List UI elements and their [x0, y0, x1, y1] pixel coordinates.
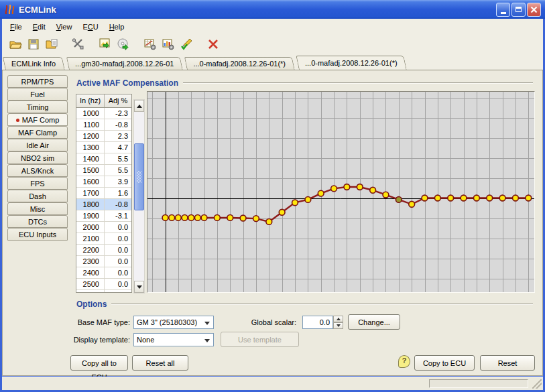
close-button[interactable] — [527, 3, 541, 17]
resize-grip[interactable] — [532, 379, 542, 389]
sidebar-item-maf-comp[interactable]: MAF Comp — [7, 113, 68, 126]
options-header: Options — [76, 300, 533, 309]
write-cd-button[interactable] — [115, 36, 131, 52]
sidebar-item-ecu-inputs[interactable]: ECU Inputs — [7, 228, 68, 241]
display-template-select[interactable]: None — [133, 333, 214, 346]
log-settings-button[interactable] — [160, 36, 176, 52]
tab-log-1[interactable]: ...gm30-mafadj.2008.12.26-01 — [69, 57, 183, 70]
section-header: Active MAF Compensation — [76, 78, 533, 88]
help-icon[interactable]: ? — [398, 355, 410, 368]
table-scrollbar[interactable] — [133, 99, 145, 293]
sidebar-item-idle-air[interactable]: Idle Air — [7, 139, 68, 151]
menu-ecu[interactable]: ECU — [77, 21, 103, 33]
sidebar-item-rpm-tps[interactable]: RPM/TPS — [7, 75, 68, 88]
edit-tools-button[interactable] — [178, 36, 194, 52]
table-row[interactable]: 14005.5 — [76, 153, 131, 165]
base-maf-type-select[interactable]: GM 3" (25180303) — [133, 316, 214, 329]
table-row[interactable]: 20000.0 — [76, 222, 131, 233]
sidebar-item-dtcs[interactable]: DTCs — [7, 215, 68, 228]
scalar-decrement-button[interactable] — [333, 322, 343, 329]
table-row[interactable]: 22000.0 — [76, 245, 131, 256]
table-gear-icon — [143, 38, 157, 51]
dropdown-arrow-icon — [204, 322, 210, 325]
table-row[interactable]: 26000.0 — [76, 290, 131, 293]
minimize-button[interactable] — [496, 3, 510, 17]
table-row[interactable]: 23000.0 — [76, 256, 131, 267]
chart-gear-icon — [162, 38, 175, 51]
red-x-icon — [206, 38, 220, 51]
table-row[interactable]: 1100-0.8 — [76, 119, 131, 131]
table-row[interactable]: 1000-2.3 — [76, 108, 131, 119]
table-row[interactable]: 15005.5 — [76, 165, 131, 176]
display-template-label: Display template: — [66, 333, 130, 346]
table-row[interactable]: 21000.0 — [76, 233, 131, 245]
ecmlink-window: ECMLink File Edit View ECU Help — [0, 0, 545, 392]
export-image-button[interactable] — [97, 36, 113, 52]
tab-log-3-active[interactable]: ...0-mafadj.2008.12.26-01(*) — [299, 56, 407, 70]
scrollbar-thumb[interactable] — [134, 143, 144, 210]
reset-all-button[interactable]: Reset all — [132, 355, 188, 371]
tab-ecmlink-info[interactable]: ECMLink Info — [5, 57, 65, 70]
menu-edit[interactable]: Edit — [27, 21, 51, 33]
copy-all-to-ecu-button[interactable]: Copy all to ECU — [70, 355, 128, 371]
sidebar-item-maf-clamp[interactable]: MAF Clamp — [7, 126, 68, 139]
tools-button[interactable] — [70, 36, 86, 52]
table-header: In (hz) Adj % — [76, 94, 131, 108]
table-row[interactable]: 17001.6 — [76, 188, 131, 199]
import-folder-button[interactable] — [44, 36, 60, 52]
open-log-button[interactable] — [7, 36, 23, 52]
base-maf-type-label: Base MAF type: — [66, 316, 130, 329]
maximize-button[interactable] — [511, 3, 526, 17]
minimize-icon — [501, 12, 506, 14]
screwdriver-check-icon — [180, 38, 193, 51]
sidebar-item-nbo2-sim[interactable]: NBO2 sim — [7, 151, 68, 164]
open-folder-icon — [9, 38, 22, 51]
sidebar-item-dash[interactable]: Dash — [7, 190, 68, 202]
column-header-in-hz[interactable]: In (hz) — [76, 94, 105, 107]
maximize-icon — [516, 7, 522, 12]
tab-log-2[interactable]: ...0-mafadj.2008.12.26-01(*) — [187, 57, 295, 70]
menu-file[interactable]: File — [5, 21, 27, 33]
options-rule — [111, 304, 533, 305]
reset-button[interactable]: Reset — [480, 355, 535, 371]
table-row-selected[interactable]: 1800-0.8 — [76, 199, 131, 210]
close-icon — [530, 6, 538, 13]
crossed-tools-icon — [72, 38, 85, 51]
menu-help[interactable]: Help — [104, 21, 130, 33]
table-settings-button[interactable] — [142, 36, 158, 52]
copy-to-ecu-button[interactable]: Copy to ECU — [414, 355, 475, 371]
title-bar: ECMLink — [0, 0, 545, 19]
sidebar-item-timing[interactable]: Timing — [7, 101, 68, 113]
global-scalar-stepper[interactable]: 0.0 — [302, 316, 343, 329]
menu-view[interactable]: View — [51, 21, 78, 33]
table-row[interactable]: 25000.0 — [76, 279, 131, 290]
scalar-increment-button[interactable] — [333, 316, 343, 322]
table-row[interactable]: 1900-3.1 — [76, 210, 131, 222]
delete-button[interactable] — [205, 36, 221, 52]
sidebar-item-misc[interactable]: Misc — [7, 202, 68, 215]
table-row[interactable]: 24000.0 — [76, 267, 131, 279]
global-scalar-value[interactable]: 0.0 — [302, 316, 333, 329]
sidebar-item-fps[interactable]: FPS — [7, 177, 68, 190]
sidebar-item-fuel[interactable]: Fuel — [7, 88, 68, 101]
change-button[interactable]: Change... — [348, 314, 400, 330]
table-row[interactable]: 16003.9 — [76, 176, 131, 188]
menu-bar: File Edit View ECU Help — [2, 19, 543, 35]
section-title: Active MAF Compensation — [76, 78, 178, 88]
table-row[interactable]: 13004.7 — [76, 142, 131, 153]
table-row[interactable]: 12002.3 — [76, 131, 131, 142]
column-header-adj[interactable]: Adj % — [105, 94, 131, 107]
options-title: Options — [76, 300, 107, 309]
image-export-icon — [99, 38, 112, 51]
ecmlink-logo-icon — [4, 4, 15, 15]
save-button[interactable] — [25, 36, 42, 52]
folder-document-icon — [45, 38, 58, 51]
maf-chart-canvas[interactable] — [147, 92, 534, 292]
use-template-button: Use template — [221, 332, 299, 347]
scroll-up-button[interactable] — [134, 100, 144, 112]
scroll-down-button[interactable] — [134, 281, 144, 293]
spin-down-icon — [337, 324, 341, 327]
maf-table: In (hz) Adj % 1000-2.3 1100-0.8 12002.3 … — [76, 94, 132, 293]
maf-chart[interactable] — [147, 91, 535, 293]
sidebar-item-als-knck[interactable]: ALS/Knck — [7, 164, 68, 177]
